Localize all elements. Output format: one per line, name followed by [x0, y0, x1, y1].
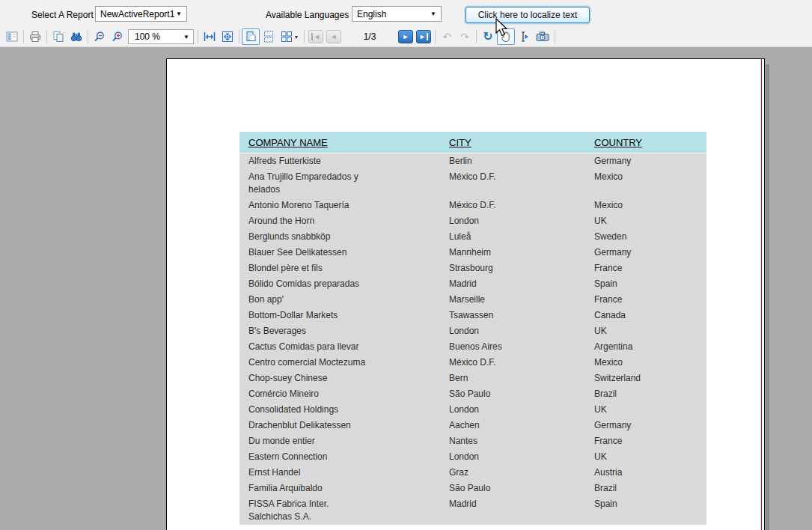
- report-preview-area[interactable]: COMPANY NAME CITY COUNTRY Alfreds Futter…: [0, 47, 812, 530]
- cell-country: UK: [585, 323, 706, 339]
- first-page-icon: ◄: [311, 33, 320, 40]
- cell-country: Brazil: [585, 386, 706, 402]
- cell-city: Madrid: [440, 496, 585, 525]
- column-header-country: COUNTRY: [585, 132, 706, 153]
- column-header-company: COMPANY NAME: [239, 132, 440, 153]
- cell-country: France: [585, 433, 706, 449]
- snapshot-button[interactable]: [533, 28, 552, 45]
- table-row: Ana Trujillo Emparedados y helados Méxic…: [239, 169, 706, 198]
- cell-country: UK: [585, 213, 706, 229]
- cell-company: Bottom-Dollar Markets: [239, 308, 440, 323]
- cell-country: Germany: [585, 153, 706, 169]
- toolbar-separator: [304, 30, 305, 43]
- zoom-out-button[interactable]: [91, 28, 109, 45]
- toolbar-separator: [198, 30, 198, 43]
- top-bar: Select A Report NewActiveReport1 ▼ Avail…: [0, 0, 812, 27]
- cell-country: Brazil: [585, 481, 706, 496]
- continuous-view-icon: [263, 31, 275, 43]
- localize-text-button[interactable]: Click here to localize text: [465, 7, 590, 23]
- cell-city: México D.F.: [440, 169, 585, 198]
- cell-company: Comércio Mineiro: [239, 386, 440, 402]
- cell-company: Ernst Handel: [239, 465, 440, 481]
- next-page-button[interactable]: ►: [398, 30, 413, 43]
- chevron-down-icon: ▼: [183, 34, 189, 40]
- cell-country: Germany: [585, 418, 706, 433]
- fit-width-button[interactable]: [201, 28, 219, 45]
- forward-button[interactable]: ↷: [456, 28, 474, 45]
- single-page-view-button[interactable]: [242, 28, 260, 45]
- page-indicator: 1/3: [343, 31, 397, 42]
- table-row: Bon app' Marseille France: [239, 292, 706, 308]
- fit-page-button[interactable]: [219, 28, 236, 45]
- table-row: Blondel père et fils Strasbourg France: [239, 261, 706, 276]
- toolbar-separator: [555, 30, 555, 43]
- toc-icon: [6, 31, 18, 43]
- zoom-out-icon: [94, 31, 106, 43]
- last-page-button[interactable]: ►: [416, 30, 431, 43]
- chevron-down-icon: ▼: [176, 10, 182, 17]
- available-languages-label: Available Languages: [266, 10, 349, 20]
- cell-country: Mexico: [585, 169, 706, 198]
- cell-company: Chop-suey Chinese: [239, 371, 440, 386]
- cell-company: Cactus Comidas para llevar: [239, 339, 440, 355]
- find-button[interactable]: [67, 28, 85, 45]
- report-select-value: NewActiveReport1: [100, 9, 174, 19]
- print-button[interactable]: [26, 28, 44, 45]
- multi-page-view-button[interactable]: ▼: [278, 28, 302, 45]
- cell-city: México D.F.: [440, 355, 585, 371]
- print-icon: [29, 31, 41, 43]
- cell-country: Spain: [585, 496, 706, 525]
- mouse-cursor: [495, 18, 511, 40]
- cell-city: London: [440, 323, 585, 339]
- cell-city: Tsawassen: [440, 308, 585, 323]
- cell-country: Argentina: [585, 339, 706, 355]
- copy-button[interactable]: [49, 28, 67, 45]
- cell-city: London: [440, 213, 585, 229]
- cell-company: Blondel père et fils: [239, 261, 440, 276]
- table-row: Bólido Comidas preparadas Madrid Spain: [239, 276, 706, 292]
- toolbar-separator: [88, 30, 88, 43]
- text-select-button[interactable]: [515, 28, 533, 45]
- zoom-in-icon: [112, 31, 123, 43]
- cell-country: Sweden: [585, 229, 706, 245]
- cell-country: France: [585, 292, 706, 308]
- toolbar-separator: [23, 30, 24, 43]
- table-row: Antonio Moreno Taquería México D.F. Mexi…: [239, 198, 706, 213]
- zoom-level-select[interactable]: 100 % ▼: [128, 29, 194, 44]
- back-button[interactable]: ↶: [438, 28, 456, 45]
- report-page: COMPANY NAME CITY COUNTRY Alfreds Futter…: [166, 58, 765, 530]
- report-select[interactable]: NewActiveReport1 ▼: [95, 6, 187, 22]
- table-row: Berglunds snabbköp Luleå Sweden: [239, 229, 706, 245]
- first-page-button[interactable]: ◄: [308, 30, 323, 43]
- multi-page-view-icon: [281, 31, 293, 43]
- toc-button[interactable]: [3, 28, 21, 45]
- table-row: Blauer See Delikatessen Mannheim Germany: [239, 245, 706, 261]
- find-icon: [70, 31, 82, 43]
- chevron-down-icon: ▼: [294, 34, 299, 40]
- cell-company: Centro comercial Moctezuma: [239, 355, 440, 371]
- table-row: FISSA Fabrica Inter. Salchichas S.A. Mad…: [239, 496, 706, 525]
- cell-company: Bon app': [239, 292, 440, 308]
- cell-company: FISSA Fabrica Inter. Salchichas S.A.: [239, 496, 440, 525]
- cell-company: B's Beverages: [239, 323, 440, 339]
- toolbar-separator: [476, 30, 477, 43]
- continuous-view-button[interactable]: [260, 28, 278, 45]
- table-row: Centro comercial Moctezuma México D.F. M…: [239, 355, 706, 371]
- table-row: Familia Arquibaldo São Paulo Brazil: [239, 481, 706, 496]
- cell-city: Aachen: [440, 418, 585, 433]
- text-select-icon: [518, 31, 530, 43]
- cell-city: Madrid: [440, 276, 585, 292]
- zoom-in-button[interactable]: [109, 28, 126, 45]
- cell-country: UK: [585, 449, 706, 465]
- cell-city: São Paulo: [440, 386, 585, 402]
- prev-page-button[interactable]: ◄: [326, 30, 341, 43]
- table-row: Around the Horn London UK: [239, 213, 706, 229]
- table-row: Bottom-Dollar Markets Tsawassen Canada: [239, 308, 706, 323]
- cell-company: Eastern Connection: [239, 449, 440, 465]
- table-row: Alfreds Futterkiste Berlin Germany: [239, 153, 706, 169]
- cell-city: Mannheim: [440, 245, 585, 261]
- language-select[interactable]: English ▼: [352, 6, 442, 22]
- cell-company: Drachenblut Delikatessen: [239, 418, 440, 433]
- cell-city: Marseille: [440, 292, 585, 308]
- fit-width-icon: [204, 31, 216, 43]
